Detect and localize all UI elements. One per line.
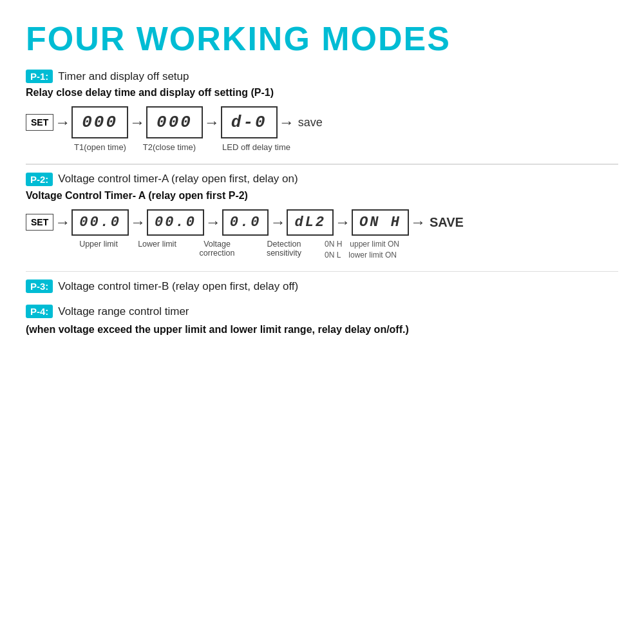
p2-on-row-1: 0N H upper limit ON	[325, 240, 399, 249]
p1-display-2: d-0	[221, 106, 278, 138]
p2-on-labels: 0N H upper limit ON 0N L lower limit ON	[325, 240, 399, 260]
p1-save: save	[298, 116, 323, 129]
badge-p2: P-2:	[26, 173, 53, 186]
p2-display-4: ON H	[352, 209, 409, 236]
badge-p3: P-3:	[26, 279, 53, 293]
p1-label-2: LED off delay time	[214, 142, 298, 152]
p2-on-code-1: 0N H	[325, 240, 342, 249]
p2-labels-container: Upper limit Lower limit Voltage correcti…	[70, 240, 618, 260]
p2-on-code-2: 0N L	[325, 251, 341, 260]
section-p4-title: Voltage range control timer	[58, 305, 189, 318]
p2-label-2: Voltage correction	[188, 240, 246, 258]
p1-set-wrapper: SET →	[26, 113, 71, 131]
p2-on-desc-2: lower limit ON	[348, 251, 397, 260]
section-p3-header: P-3: Voltage control timer-B (relay open…	[26, 279, 618, 293]
section-p4: P-4: Voltage range control timer (when v…	[26, 305, 618, 337]
p2-label-0: Upper limit	[70, 240, 128, 249]
p2-save: SAVE	[430, 215, 464, 230]
section-p3: P-3: Voltage control timer-B (relay open…	[26, 279, 618, 293]
p2-label-1: Lower limit	[129, 240, 185, 249]
p2-arrow4: →	[335, 213, 350, 231]
section-p4-header: P-4: Voltage range control timer	[26, 305, 618, 318]
p2-arrow5: →	[410, 213, 426, 231]
section-p2-subtitle: Voltage Control Timer- A (relay open fir…	[26, 190, 618, 202]
section-p1-title: Timer and display off setup	[58, 70, 189, 83]
p1-arrow0: →	[55, 113, 70, 131]
divider-2	[26, 271, 618, 272]
p1-label-0: T1(open time)	[70, 142, 131, 152]
p2-display-2: 0.0	[222, 209, 269, 236]
p1-display-1: 000	[146, 106, 203, 138]
p1-labels-row: T1(open time) T2(close time) LED off del…	[70, 142, 618, 152]
p2-set-label: SET	[26, 214, 53, 231]
p2-arrow0: →	[55, 213, 70, 231]
p1-arrow2: →	[204, 113, 220, 131]
p1-arrow3: →	[279, 113, 294, 131]
p2-arrow2: →	[205, 213, 221, 231]
section-p1: P-1: Timer and display off setup Relay c…	[26, 70, 618, 152]
p2-set-wrapper: SET →	[26, 213, 71, 231]
p1-label-1: T2(close time)	[134, 142, 205, 152]
p1-set-label: SET	[26, 114, 53, 131]
section-p2-header: P-2: Voltage control timer-A (relay open…	[26, 173, 618, 186]
p2-flow: SET → 00.0 → 00.0 → 0.0 → dL2 → ON H → S…	[26, 209, 618, 236]
section-p4-desc: (when voltage exceed the upper limit and…	[26, 322, 618, 337]
section-p1-header: P-1: Timer and display off setup	[26, 70, 618, 83]
p2-on-row-2: 0N L lower limit ON	[325, 251, 399, 260]
p2-display-1: 00.0	[147, 209, 204, 236]
p1-arrow1: →	[129, 113, 145, 131]
section-p2: P-2: Voltage control timer-A (relay open…	[26, 173, 618, 260]
p2-arrow1: →	[130, 213, 146, 231]
p2-on-desc-1: upper limit ON	[350, 240, 399, 249]
p2-arrow3: →	[270, 213, 285, 231]
p2-label-3: Detection sensitivity	[249, 240, 319, 258]
divider-1	[26, 164, 618, 165]
badge-p4: P-4:	[26, 305, 53, 318]
p1-display-0: 000	[71, 106, 128, 138]
section-p1-subtitle: Relay close delay time and display off s…	[26, 87, 618, 99]
p2-display-0: 00.0	[71, 209, 129, 236]
main-title: FOUR WORKING MODES	[26, 19, 618, 58]
badge-p1: P-1:	[26, 70, 53, 83]
section-p2-title: Voltage control timer-A (relay open firs…	[58, 173, 298, 185]
p2-display-3: dL2	[287, 209, 334, 236]
section-p3-title: Voltage control timer-B (relay open firs…	[58, 280, 298, 293]
p1-flow: SET → 000 → 000 → d-0 → save	[26, 106, 618, 138]
